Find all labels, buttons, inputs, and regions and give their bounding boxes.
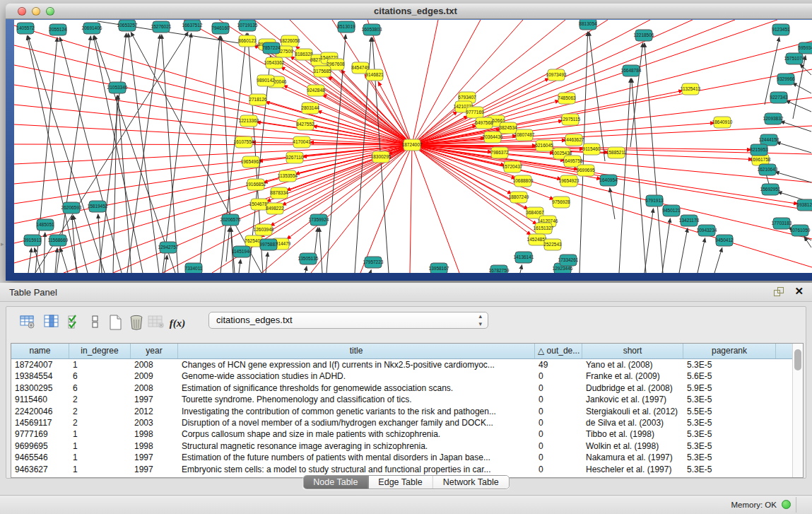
table-cell[interactable]: Genome-wide association studies in ADHD. [178, 370, 535, 382]
graph-node-yellow[interactable]: 12975115 [560, 114, 581, 125]
graph-node-teal[interactable]: 2055124 [49, 24, 67, 35]
table-cell[interactable]: 1997 [131, 394, 178, 405]
tab-node-table[interactable]: Node Table [303, 476, 368, 489]
graph-node-teal[interactable]: 13421178 [679, 215, 700, 226]
table-cell[interactable]: Tibbo et al. (1998) [582, 428, 683, 440]
tab-edge-table[interactable]: Edge Table [368, 476, 433, 489]
memory-status-indicator[interactable] [782, 500, 791, 509]
vertical-scrollbar[interactable] [792, 344, 803, 477]
graph-node-teal[interactable]: 14136141 [514, 252, 534, 263]
graph-node-yellow[interactable]: 10973493 [546, 69, 567, 81]
table-row[interactable]: 2242004622012Investigating the contribut… [11, 406, 792, 417]
graph-node-yellow[interactable]: 16151327 [534, 223, 554, 234]
graph-node-yellow[interactable]: 20364436 [483, 132, 503, 143]
graph-node-teal[interactable]: 7334011 [185, 263, 203, 273]
graph-node-yellow[interactable]: 18300295 [371, 151, 392, 163]
column-header-year[interactable]: year [131, 344, 178, 358]
table-cell[interactable]: 1 [69, 464, 131, 475]
graph-node-teal[interactable]: 20206576 [220, 214, 241, 226]
new-table-icon[interactable] [105, 313, 125, 334]
graph-node-yellow[interactable]: 16107554 [234, 136, 254, 148]
graph-node-yellow[interactable]: 8498222 [266, 203, 284, 214]
graph-node-teal[interactable]: 9450412 [715, 235, 734, 246]
table-cell[interactable]: 5.3E-5 [683, 440, 776, 452]
graph-node-teal[interactable]: 20691406 [82, 23, 102, 34]
table-cell[interactable]: 9699695 [11, 440, 69, 452]
graph-node-teal[interactable]: 5938121 [796, 199, 812, 211]
graph-node-teal[interactable]: 16782759 [489, 265, 510, 273]
table-cell[interactable]: Stergiakouli et al. (2012) [582, 406, 683, 417]
graph-node-yellow[interactable]: 7986372 [490, 147, 509, 158]
graph-node-teal[interactable]: 13958167 [429, 263, 449, 273]
table-cell[interactable]: 2 [69, 417, 131, 428]
table-cell[interactable]: 0 [535, 394, 582, 405]
float-panel-icon[interactable] [774, 287, 784, 297]
table-cell[interactable]: Estimation of the future numbers of pati… [178, 452, 535, 463]
graph-node-yellow[interactable]: 11325413 [681, 83, 701, 95]
close-panel-icon[interactable]: ✕ [794, 285, 804, 298]
table-cell[interactable]: Nakamura et al. (1997) [582, 452, 683, 463]
table-row[interactable]: 946554611997Estimation of the future num… [11, 452, 792, 463]
table-cell[interactable]: 0 [535, 440, 582, 452]
table-cell[interactable]: 5.3E-5 [683, 428, 776, 440]
graph-node-teal[interactable]: 8513019 [337, 21, 355, 33]
graph-node-teal[interactable]: 9123451 [772, 24, 790, 35]
graph-node-teal[interactable]: 1405572 [16, 23, 35, 34]
table-cell[interactable]: 0 [535, 382, 582, 394]
table-row[interactable]: 1456911722003Disruption of a novel membe… [11, 417, 792, 428]
table-cell[interactable]: 0 [535, 428, 582, 440]
graph-node-teal[interactable]: 16648784 [621, 65, 642, 76]
table-cell[interactable]: 2 [69, 394, 131, 405]
column-header-title[interactable]: title [178, 344, 535, 358]
select-rows-checkbox-icon[interactable] [64, 313, 84, 334]
graph-node-yellow[interactable]: 6216045 [535, 140, 553, 151]
graph-node-yellow[interactable]: 9756928 [552, 197, 570, 208]
graph-node-yellow[interactable]: 12603948 [254, 224, 274, 235]
table-cell[interactable]: Estimation of significance thresholds fo… [178, 382, 535, 394]
graph-node-teal[interactable]: 1485051 [36, 219, 54, 230]
column-header-pagerank[interactable]: pagerank [683, 344, 776, 358]
table-cell[interactable]: Yano et al. (2008) [582, 359, 683, 370]
graph-node-yellow[interactable]: 15885211 [606, 147, 627, 158]
graph-node-teal[interactable]: 12093832 [763, 113, 784, 124]
graph-node-yellow[interactable]: 18226058 [280, 35, 300, 47]
table-cell[interactable]: de Silva et al. (2003) [582, 417, 683, 428]
graph-node-teal[interactable]: 6791913 [645, 195, 664, 206]
table-cell[interactable]: 2 [69, 406, 131, 417]
graph-node-yellow[interactable]: 19166852 [246, 179, 266, 190]
table-cell[interactable]: 2008 [131, 382, 178, 394]
graph-node-yellow[interactable]: 18807249 [509, 192, 529, 203]
table-cell[interactable]: 9115460 [11, 394, 69, 405]
graph-node-yellow[interactable]: 19654963 [241, 156, 261, 168]
table-cell[interactable]: 6 [69, 382, 131, 394]
table-row[interactable]: 911546021997Tourette syndrome. Phenomeno… [11, 394, 792, 405]
table-cell[interactable]: 9777169 [11, 428, 69, 440]
table-cell[interactable]: 22420046 [11, 406, 69, 417]
graph-node-teal[interactable]: 5959345 [798, 42, 812, 54]
graph-node-yellow[interactable]: 10543362 [264, 57, 285, 69]
graph-node-teal[interactable]: 9329966 [777, 74, 795, 85]
graph-node-teal[interactable]: 10653257 [117, 20, 138, 31]
graph-node-teal[interactable]: 15692951 [760, 184, 781, 195]
graph-node-yellow[interactable]: 15720437 [502, 161, 523, 173]
graph-node-yellow[interactable]: 9777169 [466, 107, 484, 118]
graph-node-yellow[interactable]: 7485063 [558, 93, 576, 104]
column-header-name[interactable]: name [11, 344, 69, 358]
graph-node-yellow[interactable]: 18640910 [712, 117, 733, 128]
graph-node-teal[interactable]: 10719135 [237, 20, 258, 31]
graph-node-yellow[interactable]: 2718126 [249, 94, 267, 105]
table-cell[interactable]: 5.3E-5 [683, 394, 776, 405]
table-cell[interactable]: 2003 [131, 417, 178, 428]
select-column-icon[interactable] [42, 313, 61, 334]
graph-node-yellow[interactable]: 4170041 [293, 136, 311, 148]
column-header-in_degree[interactable]: in_degree [69, 344, 131, 358]
table-cell[interactable]: Structural magnetic resonance image aver… [178, 440, 535, 452]
table-cell[interactable]: 5.3E-5 [683, 452, 776, 463]
graph-node-teal[interactable]: 16053803 [362, 24, 382, 35]
graph-node-teal[interactable]: 3915913 [23, 235, 42, 246]
graph-node-yellow[interactable]: 9115460 [583, 144, 601, 155]
graph-node-teal[interactable]: 15276021 [151, 21, 172, 33]
graph-node-teal[interactable]: 9975887 [259, 239, 278, 250]
graph-node-yellow[interactable]: 8878334 [270, 187, 288, 199]
graph-node-yellow[interactable]: 3267110 [286, 152, 304, 163]
